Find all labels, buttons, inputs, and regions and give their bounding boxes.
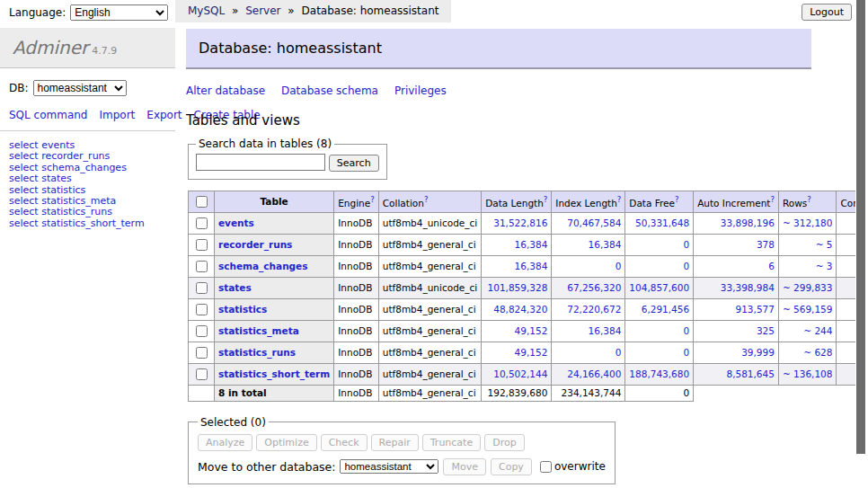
auto-increment-link[interactable]: 913,577 xyxy=(736,304,775,315)
move-button[interactable]: Move xyxy=(443,458,486,475)
check-button[interactable]: Check xyxy=(321,434,368,451)
data-length-link[interactable]: 48,824,320 xyxy=(493,304,547,315)
auto-increment-link[interactable]: 33,398,984 xyxy=(721,282,775,293)
auto-increment-link[interactable]: 33,898,196 xyxy=(721,217,775,228)
table-name-link[interactable]: states xyxy=(218,282,252,293)
auto-increment-cell: 33,898,196 xyxy=(694,212,779,234)
table-name-link[interactable]: events xyxy=(218,217,254,228)
rows-estimate-link[interactable]: ~ 3 xyxy=(816,261,833,271)
data-length-link[interactable]: 16,384 xyxy=(515,239,548,250)
table-name-link[interactable]: statistics_meta xyxy=(218,325,299,336)
help-icon[interactable]: ? xyxy=(807,195,811,204)
row-checkbox[interactable] xyxy=(196,217,208,229)
sidebar-item-statistics_runs[interactable]: select statistics_runs xyxy=(9,207,172,217)
data-length-link[interactable]: 16,384 xyxy=(515,261,548,271)
move-to-database-label: Move to other database: xyxy=(198,460,335,474)
move-database-select[interactable]: homeassistant xyxy=(340,459,438,474)
rows-estimate-link[interactable]: ~ 299,833 xyxy=(783,282,833,293)
rows-estimate-link[interactable]: ~ 136,108 xyxy=(783,368,833,379)
overwrite-checkbox[interactable] xyxy=(540,461,552,473)
row-checkbox[interactable] xyxy=(196,282,208,294)
sidebar-action-sql-command[interactable]: SQL command xyxy=(9,109,87,121)
auto-increment-link[interactable]: 378 xyxy=(757,239,775,250)
rows-estimate-link[interactable]: ~ 5 xyxy=(816,239,833,250)
total-checkbox-cell xyxy=(189,385,215,401)
index-length-link[interactable]: 0 xyxy=(616,261,622,271)
help-icon[interactable]: ? xyxy=(675,195,679,204)
help-icon[interactable]: ? xyxy=(424,195,429,204)
help-icon[interactable]: ? xyxy=(370,195,375,204)
data-length-link[interactable]: 101,859,328 xyxy=(488,282,548,293)
rows-estimate-link[interactable]: ~ 244 xyxy=(803,325,832,336)
scrollbar-thumb[interactable] xyxy=(856,0,865,454)
breadcrumb-current: Database: homeassistant xyxy=(302,4,439,17)
rows-estimate-link[interactable]: ~ 569,159 xyxy=(783,304,833,315)
optimize-button[interactable]: Optimize xyxy=(256,434,316,451)
index-length-link[interactable]: 0 xyxy=(616,347,622,358)
auto-increment-link[interactable]: 6 xyxy=(768,261,775,271)
index-length-link[interactable]: 72,220,672 xyxy=(567,304,621,315)
rows-estimate-link[interactable]: ~ 312,180 xyxy=(783,217,833,228)
sidebar-item-statistics_short_term[interactable]: select statistics_short_term xyxy=(9,218,172,229)
search-input[interactable] xyxy=(196,154,325,171)
row-checkbox[interactable] xyxy=(196,325,208,337)
subnav-privileges[interactable]: Privileges xyxy=(394,84,447,97)
subnav-database-schema[interactable]: Database schema xyxy=(281,84,378,97)
selected-buttons-row: AnalyzeOptimizeCheckRepairTruncateDrop xyxy=(198,434,606,451)
data-free-link[interactable]: 188,743,680 xyxy=(629,368,689,379)
data-length-link[interactable]: 49,152 xyxy=(515,325,548,336)
index-length-link[interactable]: 16,384 xyxy=(589,325,622,336)
auto-increment-link[interactable]: 39,999 xyxy=(741,347,775,358)
index-length-link[interactable]: 70,467,584 xyxy=(567,217,621,228)
index-length-link[interactable]: 16,384 xyxy=(589,239,622,250)
rows-estimate-link[interactable]: ~ 628 xyxy=(803,347,832,358)
table-name-link[interactable]: schema_changes xyxy=(218,261,308,271)
help-icon[interactable]: ? xyxy=(617,195,622,204)
database-subnav: Alter databaseDatabase schemaPrivileges xyxy=(186,84,855,97)
row-checkbox[interactable] xyxy=(196,347,208,359)
data-free-link[interactable]: 0 xyxy=(683,239,689,250)
help-icon[interactable]: ? xyxy=(544,195,548,204)
data-length-link[interactable]: 10,502,144 xyxy=(493,368,547,379)
data-length-link[interactable]: 49,152 xyxy=(515,347,548,358)
sidebar-action-import[interactable]: Import xyxy=(99,109,135,121)
db-select[interactable]: homeassistant xyxy=(33,80,127,96)
select-all-checkbox[interactable] xyxy=(196,196,208,208)
subnav-alter-database[interactable]: Alter database xyxy=(186,84,265,97)
data-free-link[interactable]: 50,331,648 xyxy=(635,217,689,228)
drop-button[interactable]: Drop xyxy=(484,434,524,451)
vertical-scrollbar xyxy=(855,0,868,488)
analyze-button[interactable]: Analyze xyxy=(198,434,252,451)
data-length-link[interactable]: 31,522,816 xyxy=(493,217,547,228)
copy-button[interactable]: Copy xyxy=(491,458,532,475)
breadcrumb-link-server[interactable]: Server xyxy=(245,4,280,17)
data-free-link[interactable]: 6,291,456 xyxy=(642,304,689,315)
auto-increment-link[interactable]: 8,581,645 xyxy=(726,368,774,379)
data-free-link[interactable]: 0 xyxy=(683,347,689,358)
data-free-link[interactable]: 104,857,600 xyxy=(629,282,689,293)
rows-estimate-cell: ~ 299,833 xyxy=(778,277,837,298)
sidebar-item-states[interactable]: select states xyxy=(9,173,172,184)
truncate-button[interactable]: Truncate xyxy=(422,434,481,451)
help-icon[interactable]: ? xyxy=(770,195,775,204)
data-free-cell: 0 xyxy=(625,320,694,342)
table-name-link[interactable]: recorder_runs xyxy=(218,239,292,250)
sidebar-item-recorder_runs[interactable]: select recorder_runs xyxy=(9,151,172,162)
data-free-link[interactable]: 0 xyxy=(683,325,689,336)
auto-increment-link[interactable]: 325 xyxy=(757,325,775,336)
row-checkbox[interactable] xyxy=(196,304,208,315)
table-name-link[interactable]: statistics_short_term xyxy=(218,368,330,379)
search-button[interactable]: Search xyxy=(329,155,379,172)
index-length-link[interactable]: 67,256,320 xyxy=(567,282,621,293)
index-length-link[interactable]: 24,166,400 xyxy=(567,368,621,379)
logout-button[interactable]: Logout xyxy=(802,4,852,21)
data-free-link[interactable]: 0 xyxy=(683,261,689,271)
breadcrumb-link-mysql[interactable]: MySQL xyxy=(188,4,225,17)
row-checkbox[interactable] xyxy=(196,239,208,251)
language-select[interactable]: English xyxy=(70,4,168,21)
table-name-link[interactable]: statistics xyxy=(218,304,267,315)
row-checkbox[interactable] xyxy=(196,261,208,272)
table-name-link[interactable]: statistics_runs xyxy=(218,347,296,358)
repair-button[interactable]: Repair xyxy=(371,434,419,451)
row-checkbox[interactable] xyxy=(196,368,208,380)
